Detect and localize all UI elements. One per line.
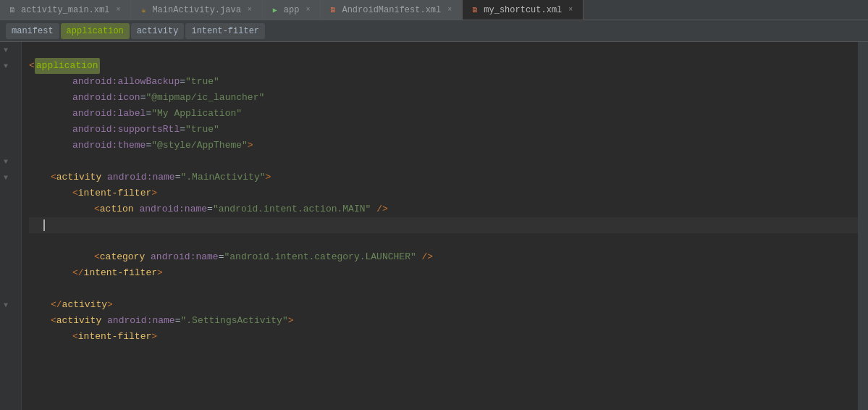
- tab-activity-main[interactable]: 🗎 activity_main.xml ×: [0, 0, 131, 20]
- code-line: android:theme="@style/AppTheme">: [29, 138, 858, 154]
- xml-icon: 🗎: [7, 5, 17, 15]
- gutter-line: [0, 122, 21, 138]
- code-line: [29, 233, 858, 249]
- editor-area: ▼ ▼ ▼ ▼ ▼: [0, 42, 868, 410]
- tab-label: app: [284, 5, 300, 15]
- breadcrumb-bar: manifest application activity intent-fil…: [0, 20, 868, 42]
- gutter-line: [0, 377, 21, 393]
- tab-label: MainActivity.java: [152, 5, 240, 15]
- gutter-line: ▼: [0, 297, 21, 313]
- gutter-line: ▼: [0, 154, 21, 170]
- tag-application: application: [35, 58, 100, 74]
- tab-label: activity_main.xml: [21, 5, 109, 15]
- gutter-line: ▼: [0, 58, 21, 74]
- code-line: <application: [29, 58, 858, 74]
- tab-label: my_shortcut.xml: [484, 5, 562, 15]
- gutter-line: ▼: [0, 42, 21, 58]
- gutter-line: ▼: [0, 170, 21, 185]
- gutter-line: [0, 329, 21, 345]
- code-line: android:icon="@mipmap/ic_launcher": [29, 90, 858, 106]
- tag-activity: activity: [56, 172, 101, 183]
- tab-label: AndroidManifest.xml: [342, 5, 441, 15]
- tag-category: category: [100, 251, 145, 262]
- breadcrumb-label: activity: [137, 26, 179, 36]
- xml-icon: 🗎: [328, 5, 338, 15]
- gutter-line: [0, 345, 21, 361]
- gutter-line: [0, 361, 21, 377]
- attr-name: android:theme: [72, 140, 146, 151]
- gutter-line: [0, 281, 21, 297]
- close-icon[interactable]: ×: [444, 5, 455, 15]
- line-gutter: ▼ ▼ ▼ ▼ ▼: [0, 42, 22, 410]
- tag-activity-close: activity: [62, 299, 107, 310]
- code-line: </intent-filter>: [29, 265, 858, 281]
- attr-name: android:icon: [72, 92, 140, 103]
- close-icon[interactable]: ×: [245, 5, 255, 15]
- breadcrumb-label: application: [67, 26, 124, 36]
- breadcrumb-label: intent-filter: [191, 26, 259, 36]
- code-line: <activity android:name=".MainActivity">: [29, 170, 858, 185]
- gradle-icon: ▶: [270, 5, 280, 15]
- fold-icon[interactable]: ▼: [1, 157, 10, 166]
- tag-intent-filter2: intent-filter: [78, 331, 151, 342]
- gutter-line: [0, 90, 21, 106]
- attr-value: "true": [185, 124, 219, 135]
- code-line: [29, 154, 858, 170]
- gutter-line: [0, 106, 21, 122]
- breadcrumb-intent-filter[interactable]: intent-filter: [185, 23, 265, 39]
- breadcrumb-manifest[interactable]: manifest: [6, 23, 59, 39]
- attr-value: "@style/AppTheme": [151, 140, 248, 151]
- gutter-line: [0, 138, 21, 154]
- attr-value: "true": [185, 76, 219, 87]
- code-line: <action android:name="android.intent.act…: [29, 201, 858, 217]
- gutter-line: [0, 74, 21, 90]
- code-line: [29, 281, 858, 297]
- code-editor[interactable]: <application android:allowBackup="true" …: [22, 42, 858, 410]
- scrollbar[interactable]: [858, 42, 868, 410]
- syntax-bracket: <: [29, 58, 35, 74]
- breadcrumb-application[interactable]: application: [61, 23, 130, 39]
- close-icon[interactable]: ×: [113, 5, 123, 15]
- code-line: <intent-filter>: [29, 329, 858, 345]
- gutter-line: [0, 217, 21, 233]
- tag-intent-filter-close: intent-filter: [84, 267, 157, 278]
- tab-android-manifest[interactable]: 🗎 AndroidManifest.xml ×: [321, 0, 463, 20]
- code-line: android:label="My Application": [29, 106, 858, 122]
- fold-icon[interactable]: ▼: [1, 62, 10, 70]
- tab-bar: 🗎 activity_main.xml × ☕ MainActivity.jav…: [0, 0, 868, 20]
- attr-name: android:allowBackup: [72, 76, 180, 87]
- tag-intent-filter: intent-filter: [78, 188, 151, 198]
- close-icon[interactable]: ×: [303, 5, 313, 15]
- gutter-line: [0, 185, 21, 201]
- attr-value: "My Application": [151, 108, 242, 119]
- tab-my-shortcut[interactable]: 🗎 my_shortcut.xml ×: [463, 0, 583, 20]
- breadcrumb-activity[interactable]: activity: [131, 23, 185, 39]
- code-line-cursor: [29, 217, 858, 233]
- code-line: </activity>: [29, 297, 858, 313]
- breadcrumb-label: manifest: [12, 26, 54, 36]
- code-line: <category android:name="android.intent.c…: [29, 249, 858, 265]
- xml-icon: 🗎: [470, 5, 480, 15]
- fold-icon[interactable]: ▼: [1, 301, 10, 309]
- gutter-line: [0, 313, 21, 329]
- tab-main-activity[interactable]: ☕ MainActivity.java ×: [131, 0, 262, 20]
- code-line: [29, 42, 858, 58]
- java-icon: ☕: [138, 5, 148, 15]
- attr-value: "@mipmap/ic_launcher": [146, 92, 264, 103]
- code-line: android:allowBackup="true": [29, 74, 858, 90]
- tag-action: action: [100, 204, 134, 214]
- gutter-line: [0, 265, 21, 281]
- gutter-line: [0, 249, 21, 265]
- code-line: android:supportsRtl="true": [29, 122, 858, 138]
- fold-icon[interactable]: ▼: [1, 173, 10, 182]
- attr-name: android:label: [72, 108, 146, 119]
- close-icon[interactable]: ×: [565, 5, 576, 15]
- tag-activity2: activity: [56, 315, 101, 326]
- gutter-line: [0, 201, 21, 217]
- tab-app[interactable]: ▶ app ×: [263, 0, 321, 20]
- text-cursor: [43, 219, 45, 231]
- fold-icon[interactable]: ▼: [1, 46, 10, 54]
- gutter-line: [0, 233, 21, 249]
- attr-name: android:supportsRtl: [72, 124, 180, 135]
- code-line: <intent-filter>: [29, 185, 858, 201]
